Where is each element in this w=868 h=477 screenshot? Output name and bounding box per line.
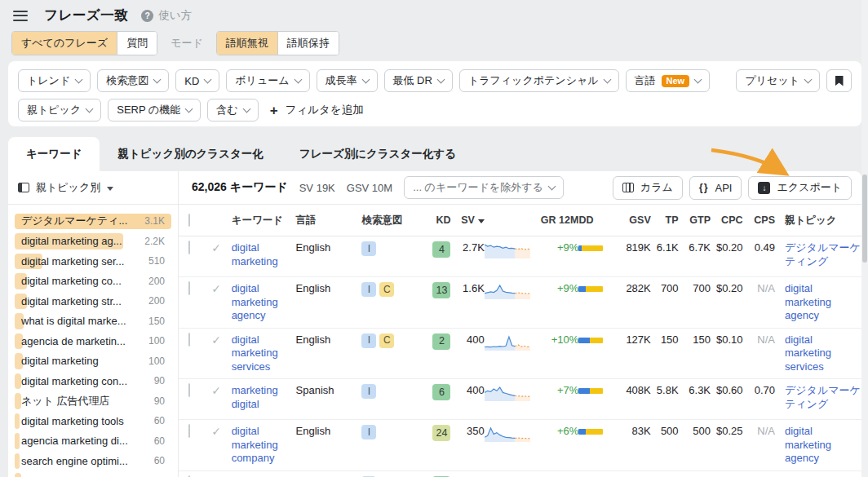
cell-cps: N/A (743, 425, 775, 439)
col-header-cps[interactable]: CPS (743, 214, 775, 226)
chevron-down-icon (804, 76, 813, 84)
filter-chip-kd[interactable]: KD (175, 69, 219, 92)
cell-gtp: 700 (679, 282, 711, 296)
keyword-link[interactable]: digital marketing agency (232, 282, 296, 323)
trend-sparkline (485, 242, 530, 263)
col-header-cpc[interactable]: CPC (711, 214, 742, 226)
filter-chip-traffic-potential[interactable]: トラフィックポテンシャル (459, 69, 619, 92)
filter-chip-min-dr[interactable]: 最低 DR (384, 69, 453, 92)
col-header-gsv[interactable]: GSV (611, 214, 651, 226)
col-header-sv[interactable]: SV (450, 214, 484, 226)
filter-chip-language[interactable]: 言語New (626, 69, 711, 92)
check-icon[interactable]: ✓ (211, 282, 221, 295)
parent-topic-link[interactable]: digital marketing agency (785, 425, 861, 466)
group-by-dropdown[interactable]: 親トピック別 (8, 171, 179, 204)
sidebar-item[interactable]: digital marketing100 (15, 351, 171, 372)
col-header-gr[interactable]: GR 12M (537, 214, 579, 226)
cell-cpc: $0.20 (711, 241, 742, 255)
segment-questions[interactable]: 質問 (117, 32, 157, 55)
sidebar-item[interactable]: agencia de marketin...100 (15, 331, 171, 351)
dd-bar (578, 286, 603, 292)
topic-label: search engine optimi... (21, 455, 128, 467)
sidebar-item[interactable]: digital marketing str...200 (15, 291, 171, 311)
sidebar-item[interactable]: digital marketing ser...510 (15, 251, 171, 272)
help-link[interactable]: ? 使い方 (141, 8, 192, 23)
sidebar-item[interactable]: what is digital marke...150 (15, 311, 171, 332)
check-icon[interactable]: ✓ (211, 333, 221, 347)
scrollbar-thumb[interactable] (862, 174, 867, 263)
segment-keep-order[interactable]: 語順保持 (278, 32, 339, 55)
row-checkbox[interactable] (188, 241, 190, 254)
tab-cluster-by-terms[interactable]: フレーズ別にクラスター化する (281, 137, 474, 171)
columns-button[interactable]: カラム (613, 176, 683, 200)
parent-topic-link[interactable]: デジタルマーケティング (785, 384, 861, 411)
sidebar-item[interactable] (15, 471, 171, 477)
cell-cpc: $0.20 (711, 282, 742, 296)
check-icon[interactable]: ✓ (211, 425, 221, 438)
check-icon[interactable]: ✓ (211, 384, 221, 397)
col-header-keyword[interactable]: キーワード (232, 214, 296, 227)
parent-topic-link[interactable]: digital marketing agency (785, 282, 861, 323)
row-checkbox[interactable] (188, 424, 190, 438)
filter-chip-volume[interactable]: ボリューム (226, 69, 309, 92)
row-checkbox[interactable] (188, 281, 190, 295)
filter-chip-parent-topic[interactable]: 親トピック (18, 99, 101, 121)
filter-chip-include[interactable]: 含む (207, 99, 258, 121)
col-header-kd[interactable]: KD (425, 214, 451, 226)
cell-trend (485, 282, 537, 303)
api-button[interactable]: {} API (689, 176, 742, 200)
row-checkbox[interactable] (188, 383, 190, 397)
keyword-link[interactable]: digital marketing services (232, 333, 296, 374)
keyword-link[interactable]: marketing digital (232, 384, 296, 411)
select-all-checkbox[interactable] (188, 214, 190, 227)
keyword-link[interactable]: digital marketing company (232, 425, 296, 466)
topic-count: 2.2K (144, 236, 165, 247)
kd-badge: 2 (432, 333, 450, 350)
segment-all-phrases[interactable]: すべてのフレーズ (12, 32, 117, 55)
cell-parent: デジタルマーケティング (775, 241, 861, 268)
filter-row-1: トレンド検索意図KDボリューム成長率最低 DRトラフィックポテンシャル言語New (18, 69, 710, 92)
col-header-dd[interactable]: DD (578, 214, 610, 226)
page-title: フレーズ一致 (44, 7, 128, 24)
col-header-intents[interactable]: 検索意図 (361, 214, 424, 227)
tab-keywords[interactable]: キーワード (8, 137, 100, 171)
tab-cluster-by-parent-topic[interactable]: 親トピック別のクラスター化 (100, 137, 281, 171)
export-button[interactable]: ↓ エクスポート (748, 176, 852, 200)
add-filter-button[interactable]: + フィルタを追加 (265, 103, 369, 117)
exclude-keywords-dropdown[interactable]: ... のキーワードを除外する (404, 176, 564, 199)
topic-label: digital marketing str... (21, 295, 122, 307)
table-row: ✓digital marketing servicesEnglishIC2400… (179, 329, 861, 380)
keyword-link[interactable]: digital marketing (232, 241, 296, 268)
row-checkbox[interactable] (188, 333, 190, 347)
sidebar-item[interactable]: search engine optimi...60 (15, 451, 171, 471)
trend-sparkline (485, 385, 530, 405)
parent-topic-link[interactable]: デジタルマーケティング (785, 241, 861, 268)
parent-topic-link[interactable]: digital marketing services (785, 333, 861, 374)
intent-badge-c: C (379, 333, 394, 348)
sidebar-item[interactable]: agencia marketing di...60 (15, 431, 171, 452)
col-header-language[interactable]: 言語 (296, 214, 362, 227)
menu-icon[interactable] (13, 11, 28, 21)
sidebar-item[interactable]: digital marketing con...90 (15, 371, 171, 391)
cell-cps: 0.70 (743, 384, 775, 398)
topic-label: digital marketing co... (21, 275, 122, 287)
filter-chip-growth-rate[interactable]: 成長率 (317, 69, 378, 92)
sidebar-item[interactable]: digital marketing ag...2.2K (15, 232, 171, 252)
preset-button[interactable]: プリセット (736, 69, 820, 92)
sidebar-item[interactable]: ネット 広告代理店90 (15, 391, 171, 412)
sidebar-item[interactable]: デジタルマーケティ...3.1K (15, 211, 171, 232)
sidebar-item[interactable]: digital marketing tools60 (15, 411, 171, 431)
cell-dd (578, 241, 610, 251)
bookmark-button[interactable] (826, 69, 852, 92)
filter-chip-trend[interactable]: トレンド (18, 69, 91, 92)
col-header-parent[interactable]: 親トピック (775, 214, 861, 227)
cell-gtp: 6.7K (679, 241, 711, 255)
cell-keyword: digital marketing company (232, 425, 296, 466)
filter-chip-serp-features[interactable]: SERP の機能 (108, 99, 201, 121)
col-header-tp[interactable]: TP (651, 214, 679, 226)
check-icon[interactable]: ✓ (211, 241, 221, 254)
sidebar-item[interactable]: digital marketing co...200 (15, 272, 171, 292)
segment-ignore-order[interactable]: 語順無視 (217, 32, 278, 55)
col-header-gtp[interactable]: GTP (679, 214, 711, 226)
filter-chip-search-intent[interactable]: 検索意図 (97, 69, 169, 92)
